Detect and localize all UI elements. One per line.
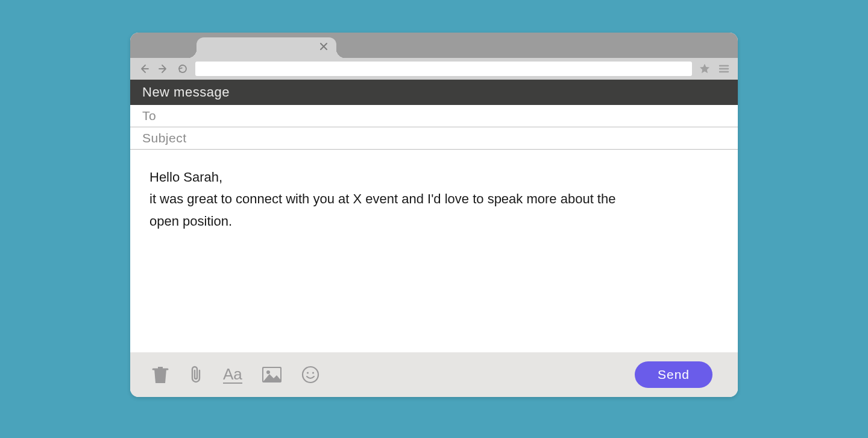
browser-tab[interactable]	[197, 37, 336, 58]
email-body[interactable]: Hello Sarah, it was great to connect wit…	[130, 150, 661, 352]
text-format-icon[interactable]: Aa	[223, 366, 242, 384]
body-line: it was great to connect with you at X ev…	[149, 188, 641, 232]
to-label: To	[142, 109, 156, 122]
compose-title: New message	[130, 80, 738, 105]
trash-icon[interactable]	[152, 365, 169, 384]
url-bar[interactable]	[195, 62, 692, 76]
browser-toolbar	[130, 58, 738, 80]
paperclip-icon[interactable]	[188, 365, 204, 384]
svg-point-2	[266, 370, 270, 374]
reload-icon[interactable]	[176, 62, 189, 75]
subject-field-row[interactable]: Subject	[130, 127, 738, 150]
compose-toolbar: Aa Send	[130, 352, 738, 397]
svg-point-4	[307, 372, 309, 373]
image-icon[interactable]	[262, 366, 282, 383]
close-tab-icon[interactable]	[319, 42, 328, 53]
subject-label: Subject	[142, 131, 187, 145]
star-icon[interactable]	[698, 62, 711, 75]
forward-icon[interactable]	[157, 62, 170, 75]
to-field-row[interactable]: To	[130, 105, 738, 127]
send-button[interactable]: Send	[635, 361, 712, 388]
body-line: Hello Sarah,	[149, 167, 641, 188]
back-icon[interactable]	[137, 62, 151, 75]
emoji-icon[interactable]	[301, 366, 319, 384]
svg-point-3	[303, 367, 318, 382]
browser-titlebar	[130, 33, 738, 58]
menu-icon[interactable]	[717, 62, 731, 75]
browser-window: New message To Subject Hello Sarah, it w…	[130, 33, 738, 397]
svg-point-5	[312, 372, 314, 373]
